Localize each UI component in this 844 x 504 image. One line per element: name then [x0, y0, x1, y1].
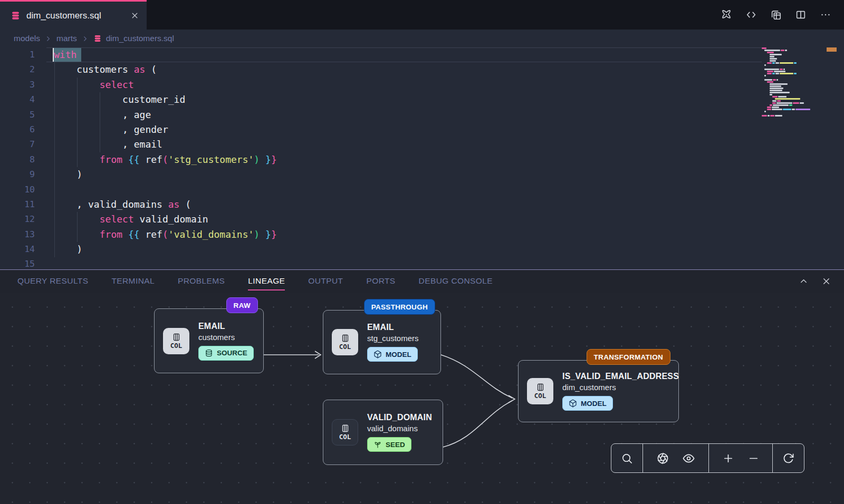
node-model-name: valid_domains: [367, 424, 432, 433]
panel-tab-list: QUERY RESULTSTERMINALPROBLEMSLINEAGEOUTP…: [17, 274, 493, 288]
minimap[interactable]: [762, 47, 821, 117]
split-editor-icon[interactable]: [795, 9, 807, 21]
column-icon[interactable]: COL: [332, 329, 358, 355]
minimap-segment: [780, 69, 783, 70]
minimap-segment: [767, 73, 772, 74]
lineage-node-dim_customers[interactable]: TRANSFORMATIONCOLIS_VALID_EMAIL_ADDRESSd…: [518, 360, 679, 422]
panel-tab-lineage[interactable]: LINEAGE: [248, 274, 285, 288]
code-token: (: [162, 154, 168, 165]
close-tab-icon[interactable]: [130, 11, 139, 20]
minimap-segment: [767, 106, 771, 108]
minimap-segment: [770, 56, 774, 57]
code-content[interactable]: with customers as ( select customer_id ,…: [0, 47, 770, 269]
tab-dim-customers[interactable]: dim_customers.sql: [0, 0, 147, 30]
code-token: }: [271, 154, 277, 165]
code-token: [122, 229, 128, 240]
search-icon[interactable]: [621, 452, 633, 464]
code-line[interactable]: ): [54, 242, 770, 257]
lineage-canvas[interactable]: RAWCOLEMAILcustomersSOURCEPASSTHROUGHCOL…: [0, 293, 844, 504]
panel-tab-terminal[interactable]: TERMINAL: [111, 274, 155, 288]
code-token: from: [100, 154, 122, 165]
lineage-toolbar: [611, 443, 804, 473]
minimap-segment: [772, 106, 779, 108]
preview-table-icon[interactable]: [770, 9, 782, 21]
lineage-tag-badge: TRANSFORMATION: [587, 349, 670, 365]
code-line[interactable]: select valid_domain: [54, 212, 770, 227]
code-token: [260, 229, 265, 240]
lineage-node-stg_customers[interactable]: PASSTHROUGHCOLEMAILstg_customersMODEL: [323, 310, 441, 374]
zoom-in-icon[interactable]: [722, 452, 734, 464]
breadcrumb-marts[interactable]: marts: [56, 34, 77, 43]
code-line[interactable]: [54, 182, 770, 197]
lineage-node-valid_domains[interactable]: COLVALID_DOMAINvalid_domainsSEED: [323, 400, 443, 465]
editor-tab-bar: dim_customers.sql: [0, 0, 844, 30]
panel-tab-debug-console[interactable]: DEBUG CONSOLE: [419, 274, 493, 288]
toolbar-group: [709, 444, 773, 472]
code-line[interactable]: , gender: [54, 122, 770, 137]
code-line[interactable]: , email: [54, 137, 770, 152]
code-line[interactable]: from {{ ref('stg_customers') }}: [54, 152, 770, 167]
minimap-segment: [770, 88, 783, 89]
dbt-icon[interactable]: [721, 9, 732, 21]
panel-tab-ports[interactable]: PORTS: [366, 274, 395, 288]
aperture-icon[interactable]: [657, 452, 669, 464]
minimap-segment: [785, 50, 787, 51]
column-icon[interactable]: COL: [332, 419, 358, 445]
minimap-segment: [776, 79, 778, 81]
code-line[interactable]: [54, 257, 770, 269]
minimap-segment: [775, 62, 779, 64]
code-line[interactable]: select: [54, 77, 770, 92]
lineage-tag-badge: RAW: [226, 297, 258, 313]
code-line[interactable]: , valid_domains as (: [54, 197, 770, 212]
panel-actions: [799, 276, 831, 286]
node-type-badge-seed: SEED: [367, 437, 411, 452]
minimap-segment: [770, 92, 790, 93]
ide-window: dim_customers.sql models marts dim_custo…: [0, 0, 844, 504]
code-token: as: [134, 64, 146, 75]
code-token: customer_id: [54, 94, 185, 105]
panel-tab-problems[interactable]: PROBLEMS: [178, 274, 225, 288]
code-line[interactable]: with: [54, 47, 770, 62]
code-line[interactable]: ): [54, 167, 770, 182]
code-line[interactable]: from {{ ref('valid_domains') }}: [54, 227, 770, 242]
code-token: select: [100, 214, 134, 225]
breadcrumb-models[interactable]: models: [14, 34, 40, 43]
minimap-segment: [781, 50, 784, 51]
minimap-segment: [775, 73, 779, 74]
minimap-segment: [764, 64, 766, 66]
collapse-panel-icon[interactable]: [799, 276, 809, 286]
minimap-segment: [770, 54, 782, 55]
code-token: ref: [140, 229, 162, 240]
minimap-segment: [770, 60, 776, 62]
tab-title: dim_customers.sql: [26, 11, 101, 21]
minimap-segment: [775, 115, 782, 117]
minimap-line: [762, 115, 821, 117]
minimap-segment: [767, 81, 773, 83]
code-token: with: [53, 48, 81, 62]
code-line[interactable]: , age: [54, 108, 770, 122]
panel-tab-query-results[interactable]: QUERY RESULTS: [17, 274, 88, 288]
column-icon[interactable]: COL: [163, 328, 189, 354]
close-panel-icon[interactable]: [821, 276, 831, 286]
minimap-segment: [770, 104, 772, 106]
column-icon[interactable]: COL: [527, 378, 553, 404]
refresh-icon[interactable]: [782, 452, 794, 464]
eye-icon[interactable]: [683, 452, 695, 464]
node-model-name: dim_customers: [562, 383, 679, 392]
code-icon[interactable]: [745, 9, 757, 21]
zoom-out-icon[interactable]: [747, 452, 760, 464]
code-token: from: [100, 229, 122, 240]
more-actions-icon[interactable]: [820, 9, 831, 21]
code-line[interactable]: customers as (: [54, 62, 770, 77]
code-line[interactable]: customer_id: [54, 92, 770, 107]
lineage-node-customers[interactable]: RAWCOLEMAILcustomersSOURCE: [154, 308, 264, 373]
code-token: , gender: [54, 124, 168, 135]
code-token: [122, 154, 128, 165]
minimap-segment: [780, 62, 793, 64]
code-editor[interactable]: 123456789101112131415 with customers as …: [0, 47, 844, 269]
breadcrumb-file[interactable]: dim_customers.sql: [106, 34, 174, 43]
panel-tab-output[interactable]: OUTPUT: [308, 274, 343, 288]
columns-icon: [172, 333, 181, 342]
cube-icon: [569, 399, 577, 408]
minimap-segment: [764, 111, 766, 112]
